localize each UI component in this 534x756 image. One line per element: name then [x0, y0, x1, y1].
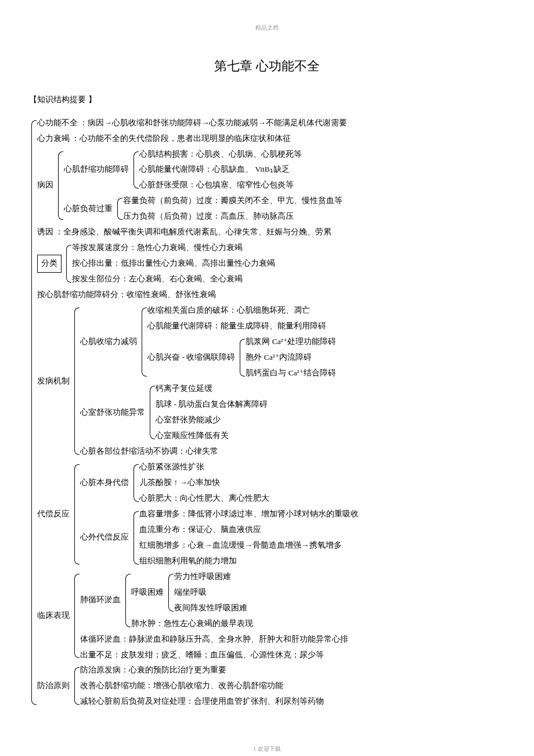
treat-item: 减轻心脏前后负荷及对症处理：合理使用血管扩张剂、利尿剂等药物 — [80, 694, 324, 710]
comp-item: 组织细胞利用氧的能力增加 — [139, 554, 359, 569]
brace-icon — [131, 507, 139, 569]
treat-item: 防治原发病：心衰的预防比治疗更为重要 — [80, 663, 324, 678]
brace-icon — [139, 303, 147, 381]
mech-item: 心室舒张势能减少 — [156, 413, 268, 428]
clinical-label: 临床表现 — [37, 569, 72, 663]
dyspnea-label: 呼吸困难 — [131, 569, 166, 616]
mech-a-label: 心肌收缩力减弱 — [80, 303, 139, 381]
chapter-title: 第七章 心功能不全 — [29, 56, 505, 76]
treatment-label: 防治原则 — [37, 663, 72, 710]
brace-icon — [72, 303, 80, 460]
cause-item: 压力负荷（后负荷）过度：高血压、肺动脉高压 — [123, 209, 342, 225]
clin-a-label: 肺循环淤血 — [80, 569, 123, 632]
comp-item: 红细胞增多：心衰→血流缓慢→骨髓造血增强→携氧增多 — [139, 538, 359, 554]
classify-item: 等按发展速度分：急性心力衰竭、慢性心力衰竭 — [72, 240, 275, 256]
cause-item: 容量负荷（前负荷）过度：瓣膜关闭不全、甲亢、慢性贫血等 — [123, 193, 342, 209]
brace-icon — [115, 193, 123, 225]
cause-item: 心肌结构损害：心肌炎、心肌病、心肌梗死等 — [139, 147, 302, 162]
brace-icon — [72, 569, 80, 663]
cause-b-label: 心脏负荷过重 — [64, 193, 115, 225]
cause-a-label: 心肌舒缩功能障碍 — [64, 147, 131, 194]
mech-item: 钙离子复位延缓 — [156, 381, 268, 397]
page-header: 精品文档 — [29, 23, 505, 32]
classify-item: 按发生部位分：左心衰竭、右心衰竭、全心衰竭 — [72, 272, 275, 287]
outline-tree: 心功能不全 ：病因→心肌收缩和舒张功能障碍→心泵功能减弱→不能满足机体代谢需要 … — [29, 115, 505, 710]
mech-item: 胞外 Ca²⁺内流障碍 — [246, 350, 335, 366]
clin-item: 劳力性呼吸困难 — [174, 569, 247, 585]
treat-item: 改善心肌舒缩功能：增强心肌收缩力、改善心肌舒缩功能 — [80, 678, 324, 694]
mech-item: 收缩相关蛋白质的破坏：心肌细胞坏死、凋亡 — [147, 303, 336, 319]
mech-b-label: 心室舒张功能异常 — [80, 381, 147, 444]
cause-item: 心脏舒张受限：心包填塞、缩窄性心包炎等 — [139, 178, 302, 193]
clin-b: 体循环淤血：静脉淤血和静脉压升高、全身水肿、肝肿大和肝功能异常心排 — [80, 632, 348, 648]
compensation-label: 代偿反应 — [37, 460, 72, 569]
mech-item: 心室顺应性降低有关 — [156, 428, 268, 444]
clin-item: 端坐呼吸 — [174, 585, 247, 601]
mech-item: 肌浆网 Ca²⁺处理功能障碍 — [246, 334, 335, 350]
brace-icon — [166, 569, 174, 616]
cause-item: 心肌能量代谢障碍：心肌缺血、 VitB₁缺乏 — [139, 162, 302, 178]
brace-icon — [147, 381, 156, 444]
brace-icon — [131, 147, 139, 194]
comp-item: 血流重分布：保证心、脑血液供应 — [139, 522, 359, 538]
mech-item: 心肌能量代谢障碍：能量生成障碍、能量利用障碍 — [147, 319, 336, 334]
brace-icon — [29, 115, 37, 710]
mech-item: 肌球 - 肌动蛋白复合体解离障碍 — [156, 397, 268, 413]
brace-icon — [72, 663, 80, 710]
mechanism-label: 发病机制 — [37, 303, 72, 460]
clin-item: 夜间阵发性呼吸困难 — [174, 601, 247, 616]
comp-item: 心脏紧张源性扩张 — [139, 460, 269, 475]
definition-line: 心力衰竭 ：心功能不全的失代偿阶段，患者出现明显的临床症状和体征 — [37, 131, 359, 147]
classify-item: 按心排出量：低排出量性心力衰竭、高排出量性心力衰竭 — [72, 256, 275, 272]
page-footer: 1 欢迎下载 — [29, 744, 505, 754]
brace-icon — [123, 569, 131, 632]
classify-box: 分类 — [37, 255, 62, 273]
trigger-line: 诱因 ：全身感染、酸碱平衡失调和电解质代谢紊乱、心律失常、妊娠与分娩、劳累 — [37, 225, 359, 240]
cause-label: 病因 — [37, 147, 56, 225]
brace-icon — [237, 334, 246, 381]
comp-item: 心脏肥大：向心性肥大、离心性肥大 — [139, 491, 269, 507]
brace-icon — [64, 240, 72, 287]
comp-b-label: 心外代偿反应 — [80, 507, 131, 569]
clin-edema: 肺水肿：急性左心衰竭的最早表现 — [131, 616, 253, 632]
mech-item: 肌钙蛋白与 Ca²⁺结合障碍 — [246, 366, 335, 381]
comp-item: 儿茶酚胺 ↑ →心率加快 — [139, 475, 269, 491]
clin-c: 出量不足：皮肤发绀；疲乏、嗜睡；血压偏低、心源性休克；尿少等 — [80, 648, 348, 663]
definition-line: 心功能不全 ：病因→心肌收缩和舒张功能障碍→心泵功能减弱→不能满足机体代谢需要 — [37, 115, 359, 131]
comp-item: 血容量增多：降低肾小球滤过率、增加肾小球对钠水的重吸收 — [139, 507, 359, 522]
mech-c: 心脏各部位舒缩活动不协调：心律失常 — [80, 444, 336, 460]
brace-icon — [131, 460, 139, 507]
brace-icon — [56, 147, 64, 225]
mech-i3-label: 心肌兴奋 - 收缩偶联障碍 — [147, 334, 237, 381]
comp-a-label: 心脏本身代偿 — [80, 460, 131, 507]
section-label: 【知识结构提要 】 — [29, 93, 505, 106]
classify-label: 分类 — [37, 240, 64, 287]
brace-icon — [72, 460, 80, 569]
classify-extra: 按心肌舒缩功能障碍分：收缩性衰竭、舒张性衰竭 — [37, 287, 359, 303]
